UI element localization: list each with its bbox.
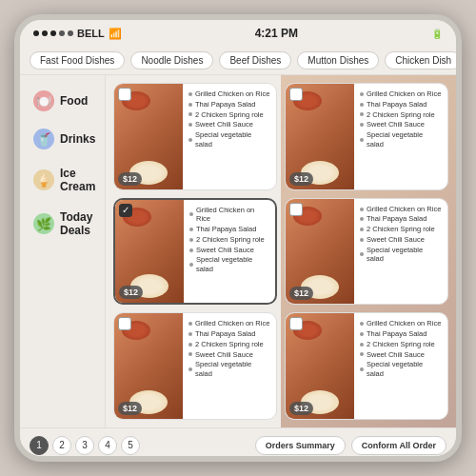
drinks-label: Drinks — [60, 132, 95, 146]
sidebar-item-today-deals[interactable]: 🌿 Today Deals — [24, 203, 101, 245]
card-image-5: $12 — [114, 313, 183, 419]
card-inner-2: $12 Grilled Chicken on Rice Thai Papaya … — [286, 84, 447, 189]
cat-tab-chicken[interactable]: Chicken Dish — [385, 51, 456, 69]
bullet — [188, 332, 192, 336]
page-btn-4[interactable]: 4 — [98, 436, 117, 455]
card-inner-6: $12 Grilled Chicken on Rice Thai Papaya … — [286, 313, 447, 419]
item-row-4-3: Sweet Chili Sauce — [360, 235, 442, 245]
bullet — [188, 138, 192, 142]
main-layout: 🍽️ Food 🥤 Drinks 🍦 Ice Cream 🌿 Today Dea… — [20, 75, 456, 427]
cat-tab-noodle[interactable]: Noodle Dishes — [130, 51, 213, 69]
price-6: $12 — [289, 402, 313, 415]
bullet — [360, 92, 364, 96]
food-card-6[interactable]: $12 Grilled Chicken on Rice Thai Papaya … — [285, 312, 448, 420]
item-row-2-4: Special vegetable salad — [360, 130, 442, 149]
status-right: 🔋 — [431, 29, 443, 39]
bullet — [360, 332, 364, 336]
item-row-1-4: Special vegetable salad — [188, 130, 270, 149]
card-inner-5: $12 Grilled Chicken on Rice Thai Papaya … — [114, 313, 276, 419]
dot5 — [68, 30, 73, 36]
item-row-1-1: Thai Papaya Salad — [188, 100, 270, 109]
food-icon: 🍽️ — [33, 90, 54, 111]
battery-icon: 🔋 — [431, 29, 443, 39]
price-3: $12 — [119, 286, 143, 299]
dot4 — [59, 30, 65, 36]
dot1 — [33, 30, 39, 36]
page-btn-3[interactable]: 3 — [75, 436, 94, 455]
item-row-5-4: Special vegetable salad — [188, 360, 270, 379]
item-row-1-2: 2 Chicken Spring role — [188, 110, 270, 120]
bullet — [360, 228, 364, 231]
checkbox-2[interactable] — [289, 88, 303, 101]
bullet — [360, 208, 364, 211]
food-card-1[interactable]: $12 Grilled Chicken on Rice Thai Papaya … — [113, 83, 277, 190]
card-inner-1: $12 Grilled Chicken on Rice Thai Papaya … — [114, 84, 276, 189]
card-image-3: ✓ $12 — [115, 200, 184, 304]
price-4: $12 — [289, 287, 313, 300]
orders-summary-button[interactable]: Orders Summary — [255, 436, 346, 455]
bullet — [188, 123, 192, 127]
item-row-4-4: Special vegetable salad — [360, 246, 442, 265]
checkbox-1[interactable] — [118, 88, 131, 101]
food-card-5[interactable]: $12 Grilled Chicken on Rice Thai Papaya … — [113, 312, 277, 420]
content-area: $12 Grilled Chicken on Rice Thai Papaya … — [106, 75, 456, 427]
item-row-5-2: 2 Chicken Spring role — [188, 340, 270, 349]
icecream-label: Ice Cream — [60, 167, 95, 193]
bullet — [360, 112, 364, 116]
item-row-6-2: 2 Chicken Spring role — [360, 340, 442, 349]
dot2 — [42, 30, 48, 36]
sidebar: 🍽️ Food 🥤 Drinks 🍦 Ice Cream 🌿 Today Dea… — [20, 75, 106, 427]
cat-tab-beef[interactable]: Beef Dishes — [219, 51, 291, 69]
deals-icon: 🌿 — [33, 213, 54, 234]
item-row-3-0: Grilled Chicken on Rice — [189, 206, 269, 225]
food-card-4[interactable]: $12 Grilled Chicken on Rice Thai Papaya … — [285, 198, 448, 306]
price-5: $12 — [118, 402, 142, 415]
price-2: $12 — [289, 172, 313, 186]
bullet — [188, 343, 192, 347]
bullet — [360, 252, 364, 256]
item-row-2-3: Sweet Chili Sauce — [360, 120, 442, 129]
bullet — [188, 367, 192, 371]
card-image-1: $12 — [114, 84, 183, 189]
cat-tab-mutton[interactable]: Mutton Dishes — [297, 51, 379, 69]
card-inner-4: $12 Grilled Chicken on Rice Thai Papaya … — [286, 199, 447, 305]
bullet — [360, 367, 364, 371]
card-image-6: $12 — [286, 313, 354, 419]
sidebar-item-food[interactable]: 🍽️ Food — [24, 83, 101, 119]
status-time: 4:21 PM — [255, 27, 298, 40]
bullet — [360, 343, 364, 347]
pagination: 1 2 3 4 5 — [30, 436, 140, 455]
item-row-5-3: Sweet Chili Sauce — [188, 350, 270, 360]
food-card-2[interactable]: $12 Grilled Chicken on Rice Thai Papaya … — [285, 83, 448, 190]
item-row-2-2: 2 Chicken Spring role — [360, 110, 442, 120]
conform-all-button[interactable]: Conform All Order — [351, 436, 446, 455]
category-tabs: Fast Food Dishes Noodle Dishes Beef Dish… — [20, 47, 456, 75]
food-card-3[interactable]: ✓ $12 Grilled Chicken on Rice Thai Papay… — [113, 198, 277, 306]
page-btn-5[interactable]: 5 — [121, 436, 140, 455]
status-bar: BELL 📶 4:21 PM 🔋 — [20, 20, 456, 47]
bullet — [360, 352, 364, 356]
dot3 — [50, 30, 56, 36]
cat-tab-fast-food[interactable]: Fast Food Dishes — [30, 51, 125, 69]
item-row-3-1: Thai Papaya Salad — [189, 225, 269, 234]
sidebar-item-ice-cream[interactable]: 🍦 Ice Cream — [24, 159, 101, 201]
sidebar-item-drinks[interactable]: 🥤 Drinks — [24, 121, 101, 157]
cards-grid: $12 Grilled Chicken on Rice Thai Papaya … — [106, 75, 456, 427]
item-row-3-3: Sweet Chili Sauce — [189, 246, 269, 255]
item-row-4-1: Thai Papaya Salad — [360, 214, 442, 224]
page-btn-2[interactable]: 2 — [52, 436, 71, 455]
signal-dots — [33, 30, 73, 36]
bullet — [360, 103, 364, 107]
item-row-5-0: Grilled Chicken on Rice — [188, 319, 270, 328]
item-row-2-1: Thai Papaya Salad — [360, 100, 442, 109]
bullet — [188, 92, 192, 96]
bottom-actions: Orders Summary Conform All Order — [255, 436, 446, 455]
card-image-4: $12 — [286, 199, 354, 305]
checkbox-3[interactable]: ✓ — [119, 204, 132, 217]
checkbox-5[interactable] — [118, 317, 131, 330]
item-row-3-4: Special vegetable salad — [189, 255, 269, 274]
page-btn-1[interactable]: 1 — [30, 436, 49, 455]
checkbox-4[interactable] — [289, 203, 303, 216]
checkbox-6[interactable] — [289, 317, 303, 330]
bottom-bar: 1 2 3 4 5 Orders Summary Conform All Ord… — [20, 427, 456, 462]
